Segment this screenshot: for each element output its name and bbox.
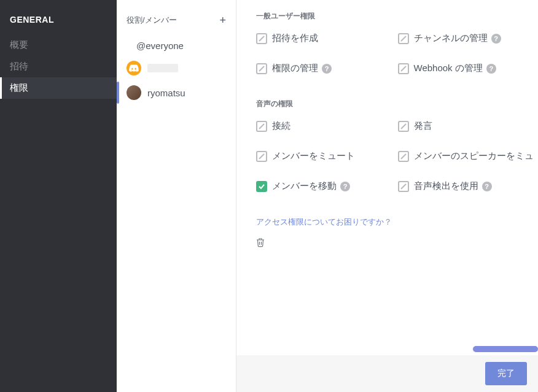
sidebar-nav-item[interactable]: 権限: [0, 77, 117, 99]
permission-item: Webhook の管理?: [398, 63, 537, 74]
permission-label: メンバーのスピーカーをミュ: [414, 150, 534, 162]
sidebar-nav-item[interactable]: 概要: [0, 34, 117, 56]
role-label: ryomatsu: [147, 88, 185, 98]
permission-checkbox[interactable]: [256, 63, 267, 74]
roles-header: 役割/メンバー +: [117, 11, 236, 36]
permission-checkbox[interactable]: [256, 121, 267, 132]
permission-label: メンバーをミュート: [272, 150, 355, 162]
permission-label: メンバーを移動: [272, 180, 337, 192]
permission-label: 接続: [272, 120, 290, 132]
help-link[interactable]: アクセス権限についてお困りですか？: [256, 217, 392, 228]
permission-checkbox[interactable]: [256, 33, 267, 44]
role-label-redacted: [147, 64, 178, 72]
scrollbar-thumb[interactable]: [473, 346, 538, 352]
permission-item: メンバーを移動?: [256, 180, 396, 192]
svg-line-1: [401, 36, 406, 41]
help-icon[interactable]: ?: [482, 182, 492, 191]
discord-icon: [127, 61, 141, 75]
permission-label: Webhook の管理: [414, 63, 483, 74]
voice-section-title: 音声の権限: [256, 99, 537, 109]
permission-label: 権限の管理: [272, 63, 318, 74]
permission-label: 招待を作成: [272, 33, 318, 44]
role-item[interactable]: @everyone: [117, 36, 236, 56]
help-icon[interactable]: ?: [491, 34, 501, 44]
general-section-title: 一般ユーザー権限: [256, 11, 537, 21]
permission-item: チャンネルの管理?: [398, 33, 537, 44]
permission-checkbox[interactable]: [256, 151, 267, 162]
permission-checkbox[interactable]: [256, 181, 267, 192]
permissions-content: 一般ユーザー権限 招待を作成チャンネルの管理?権限の管理?Webhook の管理…: [236, 0, 538, 355]
permission-checkbox[interactable]: [398, 121, 409, 132]
footer: 完了: [236, 355, 538, 392]
app-root: GENERAL 概要招待権限 役割/メンバー + @everyoneryomat…: [0, 0, 538, 392]
permission-label: 発言: [414, 120, 432, 132]
permission-item: 発言: [398, 120, 537, 132]
help-icon[interactable]: ?: [486, 64, 496, 74]
svg-line-6: [259, 154, 264, 159]
help-icon[interactable]: ?: [322, 64, 332, 74]
permission-checkbox[interactable]: [398, 33, 409, 44]
roles-title: 役割/メンバー: [127, 15, 177, 26]
done-button[interactable]: 完了: [485, 362, 527, 385]
permission-item: 音声検出を使用?: [398, 180, 537, 192]
sidebar-title: GENERAL: [0, 11, 117, 34]
roles-panel: 役割/メンバー + @everyoneryomatsu: [117, 0, 236, 392]
sidebar-left: GENERAL 概要招待権限: [0, 0, 117, 392]
svg-line-7: [401, 154, 406, 159]
svg-line-3: [401, 66, 406, 71]
trash-icon[interactable]: [256, 239, 265, 249]
permission-checkbox[interactable]: [398, 151, 409, 162]
role-item[interactable]: ryomatsu: [117, 80, 236, 105]
svg-line-4: [259, 124, 264, 129]
role-item[interactable]: [117, 56, 236, 80]
user-avatar: [127, 85, 141, 100]
svg-line-9: [401, 184, 406, 189]
permission-checkbox[interactable]: [398, 181, 409, 192]
permission-item: 権限の管理?: [256, 63, 396, 74]
help-icon[interactable]: ?: [340, 182, 350, 191]
svg-line-5: [401, 124, 406, 129]
permission-item: メンバーをミュート: [256, 150, 396, 162]
permission-item: メンバーのスピーカーをミュ: [398, 150, 537, 162]
permission-checkbox[interactable]: [398, 63, 409, 74]
permission-label: チャンネルの管理: [414, 33, 488, 44]
svg-line-0: [259, 36, 264, 41]
add-role-button[interactable]: +: [219, 15, 226, 26]
permission-item: 招待を作成: [256, 33, 396, 44]
horizontal-scrollbar[interactable]: [473, 346, 538, 352]
main-panel: 一般ユーザー権限 招待を作成チャンネルの管理?権限の管理?Webhook の管理…: [236, 0, 538, 392]
svg-line-2: [259, 66, 264, 71]
permission-item: 接続: [256, 120, 396, 132]
permission-label: 音声検出を使用: [414, 180, 478, 192]
sidebar-nav-item[interactable]: 招待: [0, 56, 117, 77]
